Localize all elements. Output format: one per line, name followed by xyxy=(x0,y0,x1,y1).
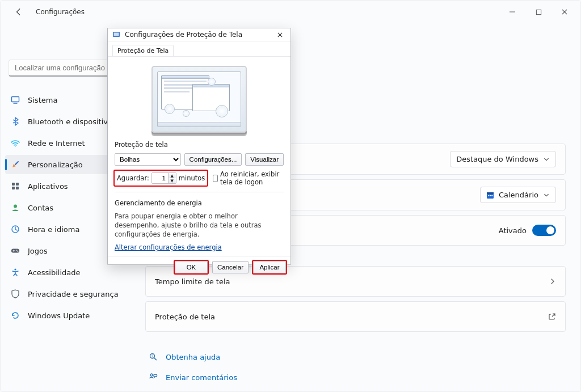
open-external-icon xyxy=(548,313,556,321)
svg-rect-24 xyxy=(114,33,119,36)
section-screensaver-title: Proteção de tela xyxy=(115,141,284,149)
window-title: Configurações xyxy=(36,8,85,16)
wait-input[interactable] xyxy=(152,173,168,183)
sidebar-item-label: Acessibilidade xyxy=(28,268,81,277)
resume-checkbox[interactable] xyxy=(213,175,218,182)
dialog-title: Configurações de Proteção de Tela xyxy=(125,31,242,39)
close-icon xyxy=(561,9,568,15)
sidebar-item-label: Windows Update xyxy=(28,311,90,320)
sidebar-item-label: Privacidade e segurança xyxy=(28,290,119,298)
svg-rect-7 xyxy=(16,187,19,189)
sidebar-item-label: Bluetooth e dispositivos xyxy=(28,117,116,126)
svg-rect-16 xyxy=(488,195,489,196)
screensaver-preview xyxy=(151,66,247,133)
personalization-icon xyxy=(11,160,20,169)
system-icon xyxy=(11,95,20,104)
screensaver-config-button[interactable]: Configurações... xyxy=(184,153,242,166)
svg-rect-17 xyxy=(490,195,491,196)
sidebar-item-update[interactable]: Windows Update xyxy=(5,306,134,325)
spin-up[interactable]: ▲ xyxy=(169,173,176,178)
apps-icon xyxy=(11,182,20,191)
minimize-icon xyxy=(509,9,516,15)
svg-rect-10 xyxy=(11,248,19,252)
arrow-left-icon xyxy=(15,8,23,16)
update-icon xyxy=(11,311,20,320)
svg-rect-2 xyxy=(12,97,19,102)
card-label: Tempo limite de tela xyxy=(155,277,230,286)
cancel-button[interactable]: Cancelar xyxy=(212,261,249,273)
link-text: Enviar comentários xyxy=(166,373,237,382)
section-energy-title: Gerenciamento de energia xyxy=(115,199,284,207)
dialog-close-button[interactable] xyxy=(272,28,287,41)
dialog-icon xyxy=(112,31,120,39)
dialog-footer: OK Cancelar Aplicar xyxy=(108,256,290,278)
svg-point-8 xyxy=(14,205,17,208)
close-icon xyxy=(277,32,283,38)
dropdown-value: Destaque do Windows xyxy=(456,155,538,163)
svg-point-13 xyxy=(14,268,16,270)
network-icon xyxy=(11,139,20,147)
dialog-titlebar: Configurações de Proteção de Tela xyxy=(108,28,290,41)
chevron-down-icon xyxy=(543,156,550,163)
toggle-value-label: Ativado xyxy=(499,226,527,235)
ok-button[interactable]: OK xyxy=(175,261,208,273)
apply-button[interactable]: Aplicar xyxy=(253,261,286,273)
resume-label: Ao reiniciar, exibir tela de logon xyxy=(220,170,284,186)
chevron-right-icon xyxy=(549,278,556,285)
svg-rect-4 xyxy=(12,183,15,186)
sidebar-item-label: Sistema xyxy=(28,96,57,104)
link-help[interactable]: ? Obtenha ajuda xyxy=(145,347,566,367)
signin-toggle[interactable] xyxy=(532,225,556,236)
chevron-down-icon xyxy=(543,192,550,199)
bluetooth-icon xyxy=(11,117,20,126)
sidebar-item-label: Rede e Internet xyxy=(28,139,85,147)
energy-text: Para poupar energia e obter o melhor des… xyxy=(115,212,284,239)
minimize-button[interactable] xyxy=(500,3,525,20)
link-text: Obtenha ajuda xyxy=(166,353,220,361)
resume-checkbox-wrap[interactable]: Ao reiniciar, exibir tela de logon xyxy=(213,170,284,186)
svg-rect-15 xyxy=(487,192,494,194)
feedback-icon xyxy=(149,373,158,382)
time-language-icon xyxy=(11,225,20,234)
energy-link[interactable]: Alterar configurações de energia xyxy=(115,243,284,251)
screensaver-dialog: Configurações de Proteção de Tela Proteç… xyxy=(107,28,291,265)
dialog-tabs: Proteção de Tela xyxy=(108,41,290,57)
sidebar-item-label: Aplicativos xyxy=(28,182,68,191)
svg-point-11 xyxy=(16,250,18,251)
svg-rect-6 xyxy=(12,187,15,189)
spin-down[interactable]: ▼ xyxy=(169,178,176,183)
privacy-icon xyxy=(11,289,20,298)
background-dropdown[interactable]: Destaque do Windows xyxy=(450,151,556,167)
screensaver-select[interactable]: Bolhas xyxy=(115,153,181,166)
svg-rect-5 xyxy=(16,183,19,186)
svg-text:?: ? xyxy=(151,354,153,358)
svg-rect-22 xyxy=(154,374,157,377)
svg-rect-18 xyxy=(491,195,492,196)
wait-spin[interactable]: ▲ ▼ xyxy=(151,172,176,184)
sidebar-item-label: Jogos xyxy=(28,247,48,255)
svg-point-21 xyxy=(150,374,153,376)
svg-rect-0 xyxy=(536,10,541,14)
wait-label: Aguardar: xyxy=(117,174,149,182)
accessibility-icon xyxy=(11,268,20,277)
gaming-icon xyxy=(11,247,20,255)
svg-point-12 xyxy=(18,251,19,252)
screensaver-preview-button[interactable]: Visualizar xyxy=(245,153,284,166)
back-button[interactable] xyxy=(11,4,27,20)
sidebar-item-label: Hora e idioma xyxy=(28,225,79,234)
sidebar-item-label: Personalização xyxy=(28,161,83,169)
accounts-icon xyxy=(11,203,20,212)
dialog-tab[interactable]: Proteção de Tela xyxy=(112,45,174,56)
sidebar-item-label: Contas xyxy=(28,204,53,212)
close-button[interactable] xyxy=(552,3,577,20)
card-label: Proteção de tela xyxy=(155,313,215,321)
link-feedback[interactable]: Enviar comentários xyxy=(145,367,566,387)
wait-unit: minutos xyxy=(179,174,205,182)
maximize-icon xyxy=(536,9,542,15)
svg-point-3 xyxy=(15,146,16,147)
help-icon: ? xyxy=(149,352,158,361)
maximize-button[interactable] xyxy=(526,3,551,20)
widget-dropdown[interactable]: Calendário xyxy=(480,187,556,203)
sidebar-item-privacidade[interactable]: Privacidade e segurança xyxy=(5,284,134,304)
card-screensaver[interactable]: Proteção de tela xyxy=(145,301,566,332)
